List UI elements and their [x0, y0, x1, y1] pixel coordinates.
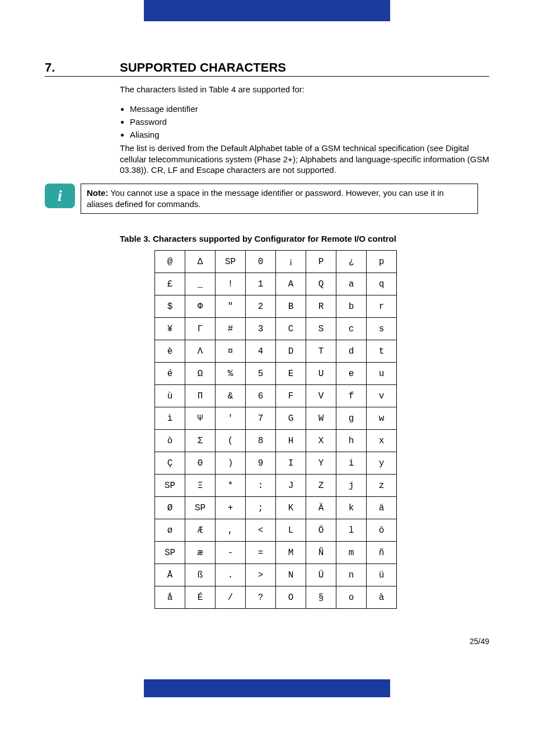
table-cell: ì [155, 407, 185, 430]
table-cell: R [306, 295, 336, 318]
table-cell: w [367, 407, 397, 430]
table-cell: p [367, 251, 397, 273]
page-content: 7. SUPPORTED CHARACTERS The characters l… [0, 60, 534, 609]
table-cell: Ω [185, 363, 216, 385]
table-cell: H [276, 430, 306, 452]
table-cell: £ [155, 273, 185, 295]
table-cell: Ø [155, 497, 185, 519]
table-cell: - [216, 542, 246, 564]
table-cell: " [216, 295, 246, 318]
table-cell: q [367, 273, 397, 295]
table-row: ÇΘ)9IYiy [155, 452, 397, 475]
bullet-list: Message identifier Password Aliasing [130, 104, 489, 139]
table-cell: # [216, 318, 246, 340]
section-number: 7. [45, 60, 120, 75]
table-cell: U [306, 363, 336, 385]
table-cell: t [367, 340, 397, 363]
table-cell: > [246, 564, 276, 586]
table-cell: å [155, 586, 185, 609]
section-heading: 7. SUPPORTED CHARACTERS [45, 60, 489, 77]
table-cell: m [336, 542, 367, 564]
table-cell: Y [306, 452, 336, 475]
table-cell: x [367, 430, 397, 452]
table-cell: ü [367, 564, 397, 586]
table-row: åÉ/?O§oà [155, 586, 397, 609]
table-cell: c [336, 318, 367, 340]
table-cell: SP [155, 542, 185, 564]
table-cell: SP [155, 475, 185, 497]
table-cell: $ [155, 295, 185, 318]
table-cell: f [336, 385, 367, 407]
table-cell: 1 [246, 273, 276, 295]
table-cell: * [216, 475, 246, 497]
table-cell: ö [367, 519, 397, 542]
table-row: òΣ(8HXhx [155, 430, 397, 452]
footer-bar [144, 679, 390, 697]
table-cell: y [367, 452, 397, 475]
intro-text: The characters listed in Table 4 are sup… [120, 84, 489, 94]
table-cell: M [276, 542, 306, 564]
table-cell: ß [185, 564, 216, 586]
characters-table: @ΔSP0¡P¿p£_!1AQaq$Φ"2BRbr¥Γ#3CScsèΛ¤4DTd… [154, 250, 397, 609]
table-cell: X [306, 430, 336, 452]
table-cell: ä [367, 497, 397, 519]
table-row: ùΠ&6FVfv [155, 385, 397, 407]
table-cell: § [306, 586, 336, 609]
table-cell: b [336, 295, 367, 318]
list-item: Password [130, 117, 489, 126]
table-cell: Z [306, 475, 336, 497]
table-cell: ) [216, 452, 246, 475]
table-cell: ? [246, 586, 276, 609]
note-label: Note: [87, 188, 108, 198]
table-cell: è [155, 340, 185, 363]
table-cell: N [276, 564, 306, 586]
table-cell: 0 [246, 251, 276, 273]
table-cell: Γ [185, 318, 216, 340]
note-row: i Note: You cannot use a space in the me… [45, 184, 478, 214]
table-cell: _ [185, 273, 216, 295]
table-row: $Φ"2BRbr [155, 295, 397, 318]
table-cell: L [276, 519, 306, 542]
table-cell: Ñ [306, 542, 336, 564]
table-cell: ñ [367, 542, 397, 564]
table-row: éΩ%5EUeu [155, 363, 397, 385]
page-number: 25/49 [0, 609, 534, 646]
table-cell: SP [185, 497, 216, 519]
table-cell: u [367, 363, 397, 385]
table-cell: i [336, 452, 367, 475]
table-cell: 8 [246, 430, 276, 452]
table-cell: Æ [185, 519, 216, 542]
table-cell: , [216, 519, 246, 542]
table-cell: Θ [185, 452, 216, 475]
table-cell: é [155, 363, 185, 385]
table-cell: D [276, 340, 306, 363]
table-row: @ΔSP0¡P¿p [155, 251, 397, 273]
note-text: You cannot use a space in the message id… [87, 188, 444, 209]
table-cell: C [276, 318, 306, 340]
table-cell: / [216, 586, 246, 609]
table-cell: k [336, 497, 367, 519]
table-row: ìΨ'7GWgw [155, 407, 397, 430]
table-cell: K [276, 497, 306, 519]
table-cell: Å [155, 564, 185, 586]
table-cell: s [367, 318, 397, 340]
table-cell: Ä [306, 497, 336, 519]
table-row: SPæ-=MÑmñ [155, 542, 397, 564]
table-cell: : [246, 475, 276, 497]
table-cell: = [246, 542, 276, 564]
table-cell: Λ [185, 340, 216, 363]
table-cell: T [306, 340, 336, 363]
table-cell: W [306, 407, 336, 430]
note-box: Note: You cannot use a space in the mess… [81, 184, 478, 214]
table-cell: n [336, 564, 367, 586]
table-row: øÆ,<LÖlö [155, 519, 397, 542]
table-cell: & [216, 385, 246, 407]
table-cell: F [276, 385, 306, 407]
table-cell: Φ [185, 295, 216, 318]
section-body: The characters listed in Table 4 are sup… [120, 84, 489, 176]
table-caption: Table 3. Characters supported by Configu… [120, 234, 489, 243]
table-cell: 6 [246, 385, 276, 407]
table-cell: h [336, 430, 367, 452]
table-cell: Σ [185, 430, 216, 452]
table-cell: V [306, 385, 336, 407]
